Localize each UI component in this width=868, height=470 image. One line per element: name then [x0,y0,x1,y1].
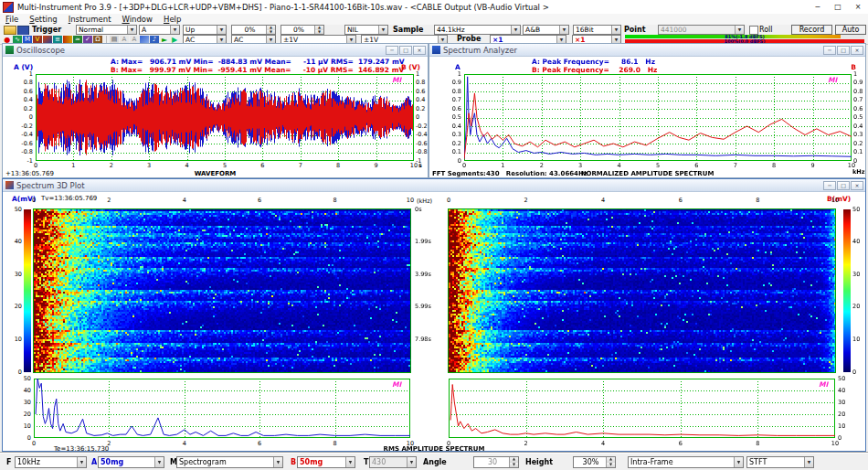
panel-minimize-icon[interactable]: ─ [386,46,398,55]
record-button[interactable]: Record [791,25,832,35]
spectrum-3d-title-bar[interactable]: Spectrum 3D Plot ─ □ × [3,179,865,192]
oscilloscope-x-axis: 012345678910 [36,163,414,169]
tick-label: 30 [24,400,31,406]
tick-label: 10 [24,423,31,430]
minimize-icon[interactable]: ─ [808,1,828,14]
chevron-down-icon: ▼ [556,36,566,43]
oscilloscope-plot[interactable] [36,74,414,161]
chevron-down-icon: ▼ [77,457,86,467]
chevron-down-icon: ▼ [170,26,179,34]
freq-range-select[interactable]: 10kHz▼ [15,456,87,468]
trigger-delay-stepper[interactable]: 0%▲▼ [281,25,324,35]
panel-close-icon[interactable]: × [851,181,863,190]
close-icon[interactable]: × [848,1,868,14]
sample-rate-select[interactable]: 44.1kHz▼ [434,25,521,35]
tick-label: 6 [694,163,698,169]
trigger-source-select[interactable]: A▼ [139,25,180,35]
panel-close-icon[interactable]: × [851,46,863,55]
rms-spectrum-b[interactable] [449,379,835,438]
tick-label: -1 [27,158,33,165]
tick-label: 0.7 [452,97,461,103]
spectrogram-b[interactable] [449,209,835,372]
panel-maximize-icon[interactable]: □ [399,46,412,55]
point-label: Point [624,25,646,35]
trigger-hpf-select[interactable]: NIL▼ [344,25,388,35]
freq-range-label: F [6,457,11,468]
tick-label: 0 [852,369,856,376]
menu-item-setting[interactable]: Setting [24,14,62,25]
oscilloscope-axis-label: WAVEFORM [3,170,428,177]
traces-label: T [364,457,368,468]
tick-label: 20 [838,411,845,418]
spectrum-3d-settings-bar: F 10kHz▼ A 50mg▼ M Spectrogram▼ B 50mg▼ … [0,453,868,470]
spectrum-analyzer-icon [432,46,440,54]
rms-a-y-axis: 50403020100 [14,379,31,438]
menu-item-file[interactable]: File [0,14,24,25]
tick-label: 6 [258,198,261,204]
amplitude-a-select[interactable]: 50mg▼ [98,456,164,468]
chevron-down-icon: ▼ [154,457,164,467]
chevron-down-icon: ▼ [735,26,744,34]
tick-label: -0.4 [416,132,428,138]
tick-label: 0.7 [853,97,863,103]
bit-depth-select[interactable]: 16Bit▼ [573,25,621,35]
tick-label: 7 [299,163,302,169]
panel-minimize-icon[interactable]: ─ [823,46,836,55]
trigger-edge-select[interactable]: Up▼ [183,25,227,35]
range-a-label: A [91,457,97,468]
tick-label: 10 [407,198,414,204]
rms-spectrum-a[interactable] [34,379,410,438]
tick-label: 50 [838,376,845,382]
tick-label: -0.2 [21,123,33,130]
spectrum-x-axis: 012345678910 [464,163,852,169]
chevron-down-icon: ▼ [345,457,355,467]
menu-item-instrument[interactable]: Instrument [63,14,117,25]
spectrum-3d-plot-icon [5,181,14,189]
freq-unit-label: (kHz) [417,198,432,205]
frame-mode-select[interactable]: Intra-Frame▼ [628,456,744,468]
tick-label: 0.8 [24,80,33,86]
amplitude-b-select[interactable]: 50mg▼ [297,456,355,468]
app-icon [3,2,14,13]
trigger-level-stepper[interactable]: 0%▲▼ [231,25,276,35]
tick-label: 0.4 [853,123,863,130]
tick-label: 2 [540,163,544,169]
spectrogram-b-freq-axis: 0246810 [449,198,835,204]
spectrum-analyzer-title-bar[interactable]: Spectrum Analyzer ─ □ × [429,44,865,57]
trigger-label: Trigger [32,25,61,35]
height-stepper[interactable]: 30%▲▼ [573,456,616,468]
transform-select[interactable]: STFT▼ [746,456,814,468]
spectrum-axis-label: NORMALIZED AMPLITUDE SPECTRUM [429,170,865,177]
chevron-down-icon: ▼ [273,457,282,467]
tick-label: 4 [601,198,605,204]
plot-mode-select[interactable]: Spectrogram▼ [176,456,283,468]
panel-maximize-icon[interactable]: □ [837,46,850,55]
panel-close-icon[interactable]: × [413,46,426,55]
tick-label: 0.6 [416,89,425,95]
tick-label: 0.6 [853,106,863,112]
menu-item-window[interactable]: Window [116,14,158,25]
tick-label: 4 [618,163,621,169]
oscilloscope-title-bar[interactable]: Oscilloscope ─ □ × [3,44,428,57]
spectrogram-a[interactable] [34,209,410,372]
sampling-channels-select[interactable]: A&B▼ [523,25,569,35]
tick-label: 0.6 [452,106,461,112]
maximize-icon[interactable]: □ [828,1,848,14]
tick-label: 3 [147,163,151,169]
auto-button[interactable]: Auto [835,25,866,35]
range-b-label: B [291,457,296,468]
panel-minimize-icon[interactable]: ─ [823,181,836,190]
spectrum-y-axis-left: 10.90.80.70.60.50.40.30.20.10 [444,74,461,161]
tick-label: 0.4 [416,97,425,103]
trigger-mode-select[interactable]: Normal▼ [76,25,137,35]
oscilloscope-y-axis-right: 10.80.60.40.20-0.2-0.4-0.6-0.8-1 [416,74,429,161]
tick-label: 10 [15,336,22,343]
menu-item-help[interactable]: Help [158,14,186,25]
tick-label: 40 [838,388,845,394]
tick-label: 0 [27,435,31,442]
open-file-icon[interactable] [4,26,16,35]
colorbar-a [24,209,31,372]
rms-b-y-axis: 50403020100 [838,379,852,438]
spectrum-plot[interactable] [464,74,852,161]
panel-maximize-icon[interactable]: □ [837,181,850,190]
